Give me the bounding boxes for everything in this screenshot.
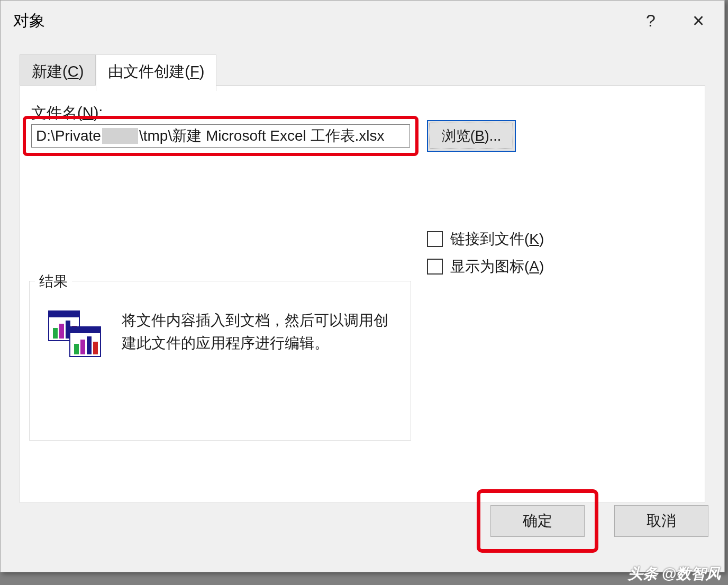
browse-button-focus-ring: 浏览(B)...	[427, 120, 516, 152]
link-to-file-checkbox[interactable]: 链接到文件(K)	[427, 229, 544, 249]
ok-button-highlight: 确定	[477, 489, 598, 553]
filename-value-prefix: D:\Private	[36, 127, 101, 144]
object-dialog: 对象 ? × 新建(C) 由文件创建(F) 文件名(N): D:\Private…	[0, 0, 725, 572]
svg-rect-10	[87, 336, 92, 354]
close-icon[interactable]: ×	[685, 7, 712, 34]
filename-highlight: D:\Private \tmp\新建 Microsoft Excel 工作表.x…	[23, 116, 418, 156]
filename-input[interactable]: D:\Private \tmp\新建 Microsoft Excel 工作表.x…	[31, 124, 410, 148]
checkbox-box-icon	[427, 259, 443, 275]
redacted-segment	[102, 128, 138, 144]
dialog-title: 对象	[13, 10, 45, 32]
tab-from-file-hotkey: F	[190, 63, 199, 80]
watermark-text: 头条 @数智风	[628, 564, 721, 584]
svg-rect-7	[70, 327, 101, 333]
filename-value-suffix: \tmp\新建 Microsoft Excel 工作表.xlsx	[139, 126, 385, 146]
tab-from-file-label: 由文件创建(F)	[108, 63, 204, 80]
display-as-icon-checkbox[interactable]: 显示为图标(A)	[427, 257, 544, 277]
svg-rect-11	[93, 342, 98, 354]
result-content: 将文件内容插入到文档，然后可以调用创建此文件的应用程序进行编辑。	[46, 309, 395, 362]
tab-from-file[interactable]: 由文件创建(F)	[96, 54, 216, 91]
result-legend: 结果	[35, 272, 72, 291]
svg-rect-2	[53, 328, 58, 339]
browse-button-label: 浏览(B)...	[442, 126, 502, 145]
ok-button[interactable]: 确定	[490, 505, 585, 537]
tab-new-label: 新建(C)	[32, 63, 84, 80]
svg-rect-9	[80, 340, 85, 354]
link-to-file-label: 链接到文件(K)	[450, 229, 544, 249]
tab-new-hotkey: C	[68, 63, 79, 80]
checkbox-box-icon	[427, 231, 443, 247]
svg-rect-8	[74, 344, 79, 354]
result-chart-icon	[46, 309, 109, 362]
svg-rect-3	[59, 324, 64, 339]
browse-button[interactable]: 浏览(B)...	[430, 123, 513, 149]
result-group: 结果 将文件内容插入到文档，然后可以调用创建此文件	[29, 281, 411, 441]
cancel-button[interactable]: 取消	[614, 505, 708, 537]
result-description: 将文件内容插入到文档，然后可以调用创建此文件的应用程序进行编辑。	[122, 309, 395, 362]
titlebar: 对象 ? ×	[1, 1, 724, 41]
display-as-icon-label: 显示为图标(A)	[450, 257, 544, 277]
svg-rect-1	[49, 311, 79, 317]
dialog-button-bar: 确定 取消	[477, 489, 708, 553]
help-icon[interactable]: ?	[638, 7, 664, 34]
